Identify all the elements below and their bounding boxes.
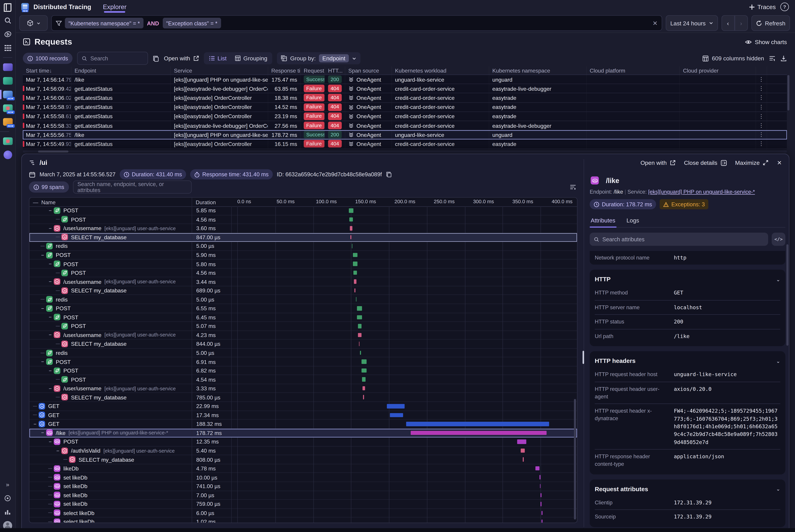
group-by-control[interactable]: Group by: Endpoint [277,52,360,64]
copy-icon[interactable] [153,55,159,61]
table-scrollbar[interactable] [788,75,790,111]
span-bar[interactable] [523,457,524,462]
span-bar[interactable] [354,271,357,275]
span-row[interactable]: redis5.00 µs [29,349,577,358]
filter-operator[interactable]: AND [147,18,159,28]
span-row[interactable]: −POST6.82 ms [29,366,577,375]
span-bar[interactable] [353,262,358,266]
collapse-toggle-icon[interactable]: − [48,261,53,267]
span-search-input[interactable]: Search name, endpoint, service, or attri… [73,180,192,194]
pane-resize-handle[interactable] [583,351,584,364]
collapse-toggle-icon[interactable]: − [40,305,45,311]
collapse-toggle-icon[interactable]: − [33,421,38,427]
span-bar[interactable] [358,324,362,328]
waterfall-scrollbar[interactable] [574,399,576,519]
view-as-code-button[interactable]: </> [772,233,785,246]
collapse-toggle-icon[interactable]: − [48,332,53,338]
span-bar[interactable] [349,226,353,230]
show-charts-button[interactable]: Show charts [745,38,787,45]
clear-filter-icon[interactable]: ✕ [652,20,658,26]
span-bar[interactable] [359,342,360,346]
span-row[interactable]: −JS/user/username[eks][unguard] user-aut… [29,224,577,233]
column-header-response-ti-[interactable]: Response ti... [268,66,301,74]
add-traces-button[interactable]: Traces [749,3,776,10]
time-back-button[interactable]: ‹ [721,15,735,31]
span-row[interactable]: −JSGET188.32 ms [29,420,577,429]
span-bar[interactable] [411,431,546,435]
table-row[interactable]: Mar 7, 14:55:58.331getLatestStatus[eks][… [23,121,787,130]
launchpad-icon[interactable] [0,27,15,41]
table-horizontal-scrollbar[interactable] [23,151,787,153]
detail-open-with-button[interactable]: Open with [640,160,676,166]
span-row[interactable]: −POST5.90 ms [29,251,577,260]
view-grouping-button[interactable]: Grouping [231,52,271,64]
scope-selector[interactable] [19,15,48,31]
span-row[interactable]: phpset likeDb759.00 µs [29,500,577,509]
column-header-service[interactable]: Service [171,66,268,74]
span-row[interactable]: JSSELECT my_database689.00 µs [29,286,577,295]
span-bar[interactable] [357,315,362,319]
time-range-selector[interactable]: Last 24 hours [666,15,718,31]
attributes-search-input[interactable]: Search attributes [590,233,768,246]
column-header-cloud-provider[interactable]: Cloud provider [680,66,756,74]
collapse-toggle-icon[interactable]: − [40,430,45,436]
page-bottom-scrollbar[interactable] [0,528,795,532]
row-menu-icon[interactable]: ⋮ [756,139,767,148]
open-with-button[interactable]: Open with [164,55,199,61]
section-header[interactable]: HTTP headers⌄ [595,353,780,367]
row-menu-icon[interactable]: ⋮ [756,149,767,149]
collapse-toggle-icon[interactable]: − [40,252,45,258]
span-bar[interactable] [351,235,351,239]
span-bar[interactable] [357,306,362,310]
row-density-icon[interactable] [769,55,776,62]
column-header-kubernetes-workload[interactable]: Kubernetes workload [392,66,489,74]
span-bar[interactable] [355,288,356,292]
service-link[interactable]: [eks][unguard] PHP on unguard-like-servi… [648,189,755,194]
column-header-start-time[interactable]: Start time ↓ [23,66,72,74]
span-bar[interactable] [387,404,404,408]
table-row[interactable]: Mar 7, 14:55:49.935getLatestStatus[eks][… [23,139,787,149]
column-header-htt-[interactable]: HTT... [325,66,345,74]
target-icon[interactable] [0,491,15,505]
apps-grid-icon[interactable] [0,41,15,55]
collapse-toggle-icon[interactable]: − [48,226,53,231]
span-bar[interactable] [354,280,357,284]
span-bar[interactable] [353,253,357,257]
maximize-button[interactable]: Maximize [735,160,769,166]
span-bar[interactable] [362,386,365,391]
filter-query-input[interactable]: "Kubernetes namespace" = *AND"Exception … [51,15,662,31]
span-bar[interactable] [406,422,549,426]
columns-hidden-button[interactable]: 609 columns hidden [702,55,764,61]
span-bar[interactable] [356,297,357,302]
collapse-toggle-icon[interactable]: − [55,448,60,453]
filter-chip[interactable]: "Kubernetes namespace" = * [65,18,144,28]
span-bar[interactable] [542,520,543,523]
span-row[interactable]: −POST6.55 ms [29,304,577,313]
row-menu-icon[interactable]: ⋮ [756,103,767,112]
collapse-toggle-icon[interactable]: − [48,208,53,213]
search-icon[interactable] [0,14,15,27]
span-bar[interactable] [349,217,353,222]
span-row[interactable]: phpset likeDb7.00 µs [29,491,577,500]
dynatrace-logo[interactable] [0,0,15,14]
span-row[interactable]: −POST6.91 ms [29,357,577,366]
tab-logs[interactable]: Logs [625,215,640,227]
expand-rail-icon[interactable]: » [0,477,15,491]
app-clouds[interactable] [0,60,15,74]
span-bar[interactable] [542,511,542,515]
tab-explorer[interactable]: Explorer [103,0,127,14]
close-icon[interactable]: ✕ [777,159,782,166]
section-header[interactable]: Request attributes⌄ [595,481,780,496]
table-row[interactable]: Mar 7, 14:55:58.976getLatestStatus[eks][… [23,103,787,112]
row-menu-icon[interactable]: ⋮ [756,121,767,130]
span-bar[interactable] [360,350,361,355]
span-bar[interactable] [349,208,353,213]
span-row[interactable]: redis5.00 µs [29,242,577,251]
row-menu-icon[interactable]: ⋮ [756,112,767,120]
download-icon[interactable] [780,55,787,61]
span-row[interactable]: JSSELECT my_database785.00 µs [29,393,577,402]
app-services[interactable] [0,134,15,148]
span-row[interactable]: POST4.54 ms [29,375,577,384]
table-row[interactable]: Mar 7, 14:56:09.423getLatestStatus[eks][… [23,84,787,93]
span-bar[interactable] [363,395,364,399]
